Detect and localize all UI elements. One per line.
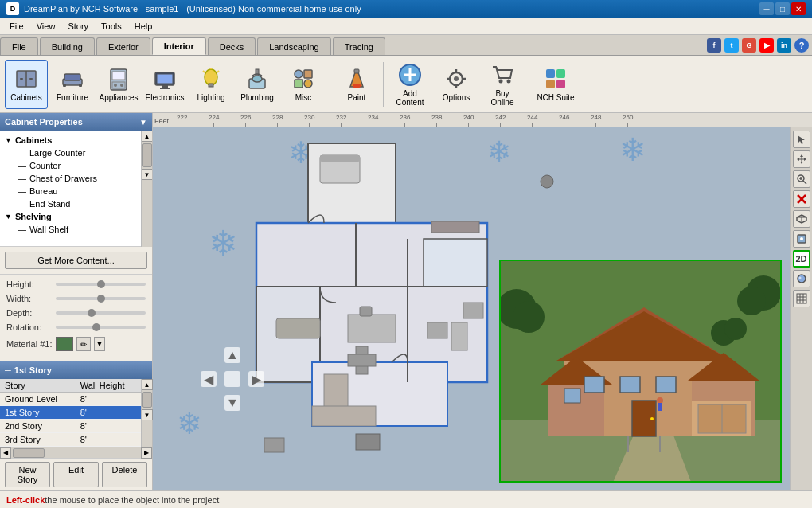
social-icons: f t G ▶ in ? bbox=[707, 38, 812, 55]
scroll-up-button[interactable]: ▲ bbox=[142, 131, 153, 142]
width-row: Width: bbox=[6, 294, 146, 303]
help-button[interactable]: ? bbox=[794, 38, 809, 53]
left-panel: Cabinet Properties ▼ ▼ Cabinets — Large … bbox=[0, 113, 153, 490]
menu-view[interactable]: View bbox=[30, 20, 62, 33]
tool-furniture[interactable]: Furniture bbox=[51, 60, 94, 109]
twitter-icon[interactable]: t bbox=[724, 38, 739, 53]
tab-decks[interactable]: Decks bbox=[208, 37, 256, 55]
tool-buy-online[interactable]: Buy Online bbox=[481, 60, 524, 109]
tool-options[interactable]: Options bbox=[435, 60, 478, 109]
tool-cabinets[interactable]: Cabinets bbox=[5, 60, 48, 109]
tree-scrollbar[interactable]: ▲ ▼ bbox=[141, 131, 152, 247]
tool-add-content[interactable]: Add Content bbox=[388, 60, 431, 109]
material-dropdown-button[interactable]: ▼ bbox=[94, 337, 105, 351]
depth-slider[interactable] bbox=[56, 311, 146, 315]
nav-down-button[interactable]: ▼ bbox=[224, 395, 240, 411]
story-scroll-up[interactable]: ▲ bbox=[142, 379, 153, 390]
topview-button[interactable] bbox=[793, 230, 810, 248]
menu-story[interactable]: Story bbox=[61, 20, 95, 33]
close-button[interactable]: ✕ bbox=[791, 2, 806, 15]
menu-file[interactable]: File bbox=[3, 20, 30, 33]
google-icon[interactable]: G bbox=[742, 38, 756, 53]
grid-button[interactable] bbox=[793, 290, 810, 307]
paint-icon bbox=[344, 66, 369, 92]
story-ground-height: 8' bbox=[76, 393, 141, 406]
room-small-upper-right bbox=[424, 239, 487, 287]
tab-exterior[interactable]: Exterior bbox=[96, 37, 150, 55]
canvas-area[interactable]: Feet 222 224 226 228 230 232 bbox=[153, 113, 812, 490]
story-row-1st[interactable]: 1st Story 8' bbox=[0, 406, 141, 420]
scroll-down-button[interactable]: ▼ bbox=[142, 169, 153, 180]
story-horiz-thumb[interactable] bbox=[13, 448, 45, 458]
main-area: Cabinet Properties ▼ ▼ Cabinets — Large … bbox=[0, 113, 812, 490]
tool-nch-suite[interactable]: NCH Suite bbox=[534, 60, 577, 109]
tool-plumbing[interactable]: Plumbing bbox=[236, 60, 279, 109]
nav-up-button[interactable]: ▲ bbox=[224, 347, 240, 363]
nav-center[interactable] bbox=[224, 371, 240, 387]
story-horiz-scroll[interactable]: ◀ ▶ bbox=[0, 447, 152, 458]
facebook-icon[interactable]: f bbox=[707, 38, 721, 53]
tree-cabinets[interactable]: ▼ Cabinets bbox=[2, 134, 139, 147]
story-1st-name: 1st Story bbox=[0, 406, 76, 420]
tool-appliances[interactable]: Appliances bbox=[97, 60, 140, 109]
tree-counter[interactable]: — Counter bbox=[2, 159, 139, 172]
tree-chest-of-drawers[interactable]: — Chest of Drawers bbox=[2, 172, 139, 185]
tool-lighting[interactable]: Lighting bbox=[189, 60, 232, 109]
tree-large-counter[interactable]: — Large Counter bbox=[2, 147, 139, 159]
tab-landscaping[interactable]: Landscaping bbox=[257, 37, 330, 55]
material-edit-button[interactable]: ✏ bbox=[76, 337, 91, 351]
tool-paint[interactable]: Paint bbox=[335, 60, 378, 109]
buy-online-label: Buy Online bbox=[483, 89, 521, 107]
menu-help[interactable]: Help bbox=[128, 20, 159, 33]
linkedin-icon[interactable]: in bbox=[777, 38, 791, 53]
misc-icon bbox=[291, 66, 316, 92]
story-scroll-down[interactable]: ▼ bbox=[142, 409, 153, 420]
cursor-tool-button[interactable] bbox=[793, 131, 810, 148]
story-scroll-right[interactable]: ▶ bbox=[141, 447, 152, 459]
tree-bureau[interactable]: — Bureau bbox=[2, 185, 139, 197]
menu-tools[interactable]: Tools bbox=[95, 20, 128, 33]
delete-story-button[interactable]: Delete bbox=[102, 462, 147, 487]
story-scroll-left[interactable]: ◀ bbox=[0, 447, 11, 459]
new-story-button[interactable]: New Story bbox=[5, 462, 50, 487]
tab-file[interactable]: File bbox=[0, 37, 38, 55]
2d-view-button[interactable]: 2D bbox=[793, 250, 810, 268]
pan-tool-button[interactable] bbox=[793, 150, 810, 168]
tree-chest-icon: — bbox=[18, 174, 26, 183]
tree-wall-shelf[interactable]: — Wall Shelf bbox=[2, 223, 139, 236]
nav-left-button[interactable]: ◀ bbox=[201, 371, 217, 387]
panel-collapse-button[interactable]: ▼ bbox=[139, 118, 147, 127]
render-button[interactable] bbox=[793, 270, 810, 287]
tool-electronics[interactable]: Electronics bbox=[143, 60, 186, 109]
youtube-icon[interactable]: ▶ bbox=[759, 38, 774, 53]
tool-misc[interactable]: Misc bbox=[282, 60, 325, 109]
svg-point-55 bbox=[800, 237, 803, 240]
story-2nd-height: 8' bbox=[76, 420, 141, 433]
tree-shelving[interactable]: ▼ Shelving bbox=[2, 210, 139, 223]
story-scrollbar[interactable]: ▲ ▼ bbox=[141, 379, 152, 447]
maximize-button[interactable]: □ bbox=[775, 2, 790, 15]
story-row-ground[interactable]: Ground Level 8' bbox=[0, 393, 141, 406]
scroll-thumb[interactable] bbox=[142, 143, 152, 167]
tab-building[interactable]: Building bbox=[40, 37, 95, 55]
minimize-button[interactable]: ─ bbox=[759, 2, 774, 15]
3d-preview bbox=[499, 260, 782, 483]
story-scroll-thumb[interactable] bbox=[142, 392, 152, 408]
view3d-button[interactable] bbox=[793, 210, 810, 228]
height-slider[interactable] bbox=[56, 283, 146, 286]
story-2nd-name: 2nd Story bbox=[0, 420, 76, 433]
tab-interior[interactable]: Interior bbox=[152, 37, 206, 55]
delete-tool-button[interactable] bbox=[793, 190, 810, 208]
story-collapse-icon[interactable]: ─ bbox=[5, 365, 11, 375]
get-more-content-button[interactable]: Get More Content... bbox=[5, 252, 147, 269]
story-row-2nd[interactable]: 2nd Story 8' bbox=[0, 420, 141, 433]
rotation-slider[interactable] bbox=[56, 326, 146, 329]
edit-story-button[interactable]: Edit bbox=[53, 462, 99, 487]
tree-end-stand[interactable]: — End Stand bbox=[2, 197, 139, 210]
width-slider[interactable] bbox=[56, 297, 146, 300]
nav-right-button[interactable]: ▶ bbox=[248, 371, 264, 387]
tab-tracing[interactable]: Tracing bbox=[333, 37, 385, 55]
material-color-box[interactable] bbox=[56, 337, 73, 351]
zoom-button[interactable] bbox=[793, 170, 810, 188]
story-row-3rd[interactable]: 3rd Story 8' bbox=[0, 433, 141, 447]
